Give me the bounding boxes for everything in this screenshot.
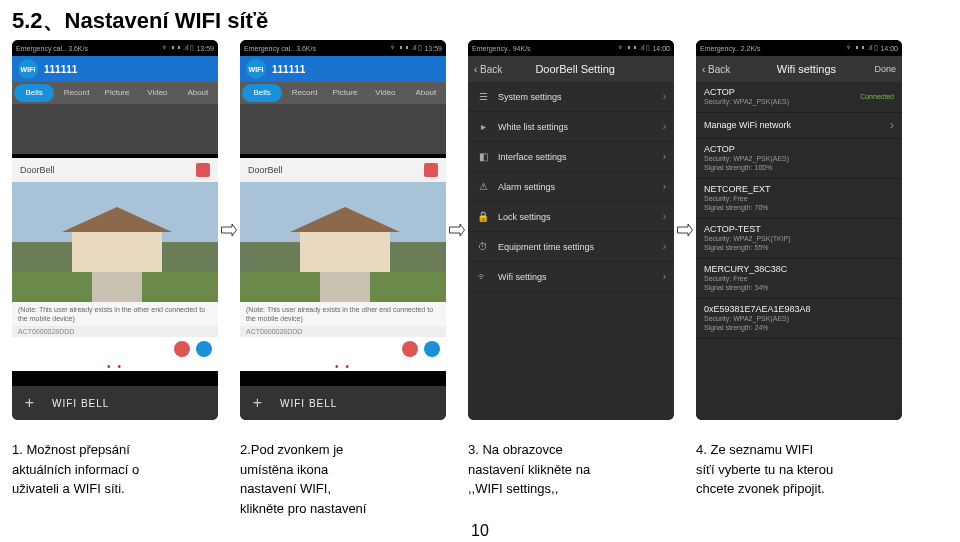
- wifi-ssid: ACTOP: [704, 87, 735, 97]
- device-row[interactable]: DoorBell: [240, 158, 446, 182]
- tab-about[interactable]: About: [406, 82, 446, 104]
- section-heading: 5.2、Nastavení WIFI síťě: [12, 6, 268, 36]
- caption-line: ,,WIFI settings,,: [468, 479, 688, 499]
- done-button[interactable]: Done: [874, 64, 896, 74]
- status-left: Emergency.. 94K/s: [472, 45, 531, 52]
- settings-item-wifi[interactable]: ᯤWifi settings›: [468, 262, 674, 292]
- caption-line: 1. Možnost přepsání: [12, 440, 232, 460]
- device-row[interactable]: DoorBell: [12, 158, 218, 182]
- device-name: DoorBell: [248, 165, 283, 175]
- title-bar: WIFI 111111: [12, 56, 218, 82]
- phones-row: Emergency cal.. 3.6K/s ᯤ ▮ ▮ .ıl ▯13:59 …: [12, 40, 902, 420]
- settings-label: Lock settings: [498, 212, 551, 222]
- title-text: DoorBell Setting: [510, 63, 640, 75]
- tab-video[interactable]: Video: [137, 82, 177, 104]
- camera-preview: [240, 182, 446, 302]
- tab-bells[interactable]: Bells: [14, 84, 54, 102]
- title-bar: ‹ Back DoorBell Setting: [468, 56, 674, 82]
- wifi-meta: Security: WPA2_PSK(AES): [704, 154, 894, 163]
- caption-line: nastavení WIFI,: [240, 479, 460, 499]
- tab-about[interactable]: About: [178, 82, 218, 104]
- caption-line: klikněte pro nastavení: [240, 499, 460, 519]
- settings-item-system[interactable]: ☰System settings›: [468, 82, 674, 112]
- wifi-meta: Security: Free: [704, 194, 894, 203]
- wifi-logo-icon: WIFI: [246, 59, 266, 79]
- title-text: 111111: [272, 64, 305, 75]
- settings-gear-icon[interactable]: [424, 341, 440, 357]
- bottom-label: WIFI BELL: [52, 398, 109, 409]
- trash-icon[interactable]: [196, 163, 210, 177]
- record-icon[interactable]: [174, 341, 190, 357]
- phone-1: Emergency cal.. 3.6K/s ᯤ ▮ ▮ .ıl ▯13:59 …: [12, 40, 218, 420]
- caption-1: 1. Možnost přepsání aktuálních informací…: [12, 440, 240, 518]
- settings-item-alarm[interactable]: ⚠Alarm settings›: [468, 172, 674, 202]
- caption-line: umístěna ikona: [240, 460, 460, 480]
- chevron-right-icon: ›: [890, 118, 894, 132]
- tab-picture[interactable]: Picture: [325, 82, 365, 104]
- info-note: (Note: This user already exists in the o…: [240, 302, 446, 326]
- settings-gear-icon[interactable]: [196, 341, 212, 357]
- status-right: ᯤ ▮ ▮ .ıl ▯13:59: [162, 44, 214, 52]
- tab-record[interactable]: Record: [284, 82, 324, 104]
- title-text: 111111: [44, 64, 77, 75]
- wifi-logo-icon: WIFI: [18, 59, 38, 79]
- chevron-right-icon: ›: [663, 211, 666, 222]
- add-button[interactable]: +: [248, 394, 268, 412]
- status-bar: Emergency.. 2.2K/s ᯤ ▮ ▮ .ıl ▯14:00: [696, 40, 902, 56]
- back-button[interactable]: ‹ Back: [702, 64, 730, 75]
- caption-line: uživateli a WIFI síti.: [12, 479, 232, 499]
- caption-line: síťí vyberte tu na kterou: [696, 460, 940, 480]
- tab-picture[interactable]: Picture: [97, 82, 137, 104]
- chevron-right-icon: ›: [663, 271, 666, 282]
- status-bar: Emergency.. 94K/s ᯤ ▮ ▮ .ıl ▯14:00: [468, 40, 674, 56]
- manage-wifi[interactable]: Manage WiFi network ›: [696, 113, 902, 139]
- wifi-network[interactable]: NETCORE_EXT Security: Free Signal streng…: [696, 179, 902, 219]
- alarm-icon: ⚠: [476, 180, 490, 194]
- system-icon: ☰: [476, 90, 490, 104]
- wifi-network[interactable]: 0xE59381E7AEA1E983A8 Security: WPA2_PSK(…: [696, 299, 902, 339]
- tab-video[interactable]: Video: [365, 82, 405, 104]
- caption-4: 4. Ze seznamu WIFI síťí vyberte tu na kt…: [696, 440, 948, 518]
- caption-line: 3. Na obrazovce: [468, 440, 688, 460]
- page-dots: • •: [12, 361, 218, 371]
- settings-item-whitelist[interactable]: ▸White list settings›: [468, 112, 674, 142]
- arrow-icon: [218, 221, 240, 239]
- wifi-meta: Security: WPA2_PSK(AES): [704, 314, 894, 323]
- chevron-right-icon: ›: [663, 151, 666, 162]
- settings-item-lock[interactable]: 🔒Lock settings›: [468, 202, 674, 232]
- wifi-security: Security: WPA2_PSK(AES): [704, 97, 789, 106]
- caption-line: aktuálních informací o: [12, 460, 232, 480]
- wifi-network[interactable]: ACTOP-TEST Security: WPA2_PSK(TKIP) Sign…: [696, 219, 902, 259]
- chevron-right-icon: ›: [663, 181, 666, 192]
- whitelist-icon: ▸: [476, 120, 490, 134]
- captions-row: 1. Možnost přepsání aktuálních informací…: [12, 440, 948, 518]
- settings-label: Wifi settings: [498, 272, 547, 282]
- settings-item-time[interactable]: ⏱Equipment time settings›: [468, 232, 674, 262]
- manage-label: Manage WiFi network: [704, 120, 791, 130]
- wifi-current[interactable]: ACTOP Security: WPA2_PSK(AES) Connected: [696, 82, 902, 113]
- info-mac: ACT0600028DDD: [12, 326, 218, 337]
- tab-record[interactable]: Record: [56, 82, 96, 104]
- caption-line: 4. Ze seznamu WIFI: [696, 440, 940, 460]
- add-button[interactable]: +: [20, 394, 40, 412]
- wifi-meta: Security: Free: [704, 274, 894, 283]
- settings-label: Alarm settings: [498, 182, 555, 192]
- wifi-network[interactable]: MERCURY_38C38C Security: Free Signal str…: [696, 259, 902, 299]
- wifi-ssid: ACTOP-TEST: [704, 224, 894, 234]
- trash-icon[interactable]: [424, 163, 438, 177]
- chevron-right-icon: ›: [663, 241, 666, 252]
- bottom-bar: + WIFI BELL: [240, 386, 446, 420]
- chevron-right-icon: ›: [663, 91, 666, 102]
- status-left: Emergency.. 2.2K/s: [700, 45, 761, 52]
- settings-item-interface[interactable]: ◧Interface settings›: [468, 142, 674, 172]
- status-right: ᯤ ▮ ▮ .ıl ▯14:00: [846, 44, 898, 52]
- tab-bells[interactable]: Bells: [242, 84, 282, 102]
- wifi-network[interactable]: ACTOP Security: WPA2_PSK(AES) Signal str…: [696, 139, 902, 179]
- wifi-ssid: 0xE59381E7AEA1E983A8: [704, 304, 894, 314]
- record-icon[interactable]: [402, 341, 418, 357]
- phone-4: Emergency.. 2.2K/s ᯤ ▮ ▮ .ıl ▯14:00 ‹ Ba…: [696, 40, 902, 420]
- wifi-ssid: NETCORE_EXT: [704, 184, 894, 194]
- back-button[interactable]: ‹ Back: [474, 64, 502, 75]
- wifi-ssid: ACTOP: [704, 144, 894, 154]
- wifi-list: ACTOP Security: WPA2_PSK(AES) Connected …: [696, 82, 902, 420]
